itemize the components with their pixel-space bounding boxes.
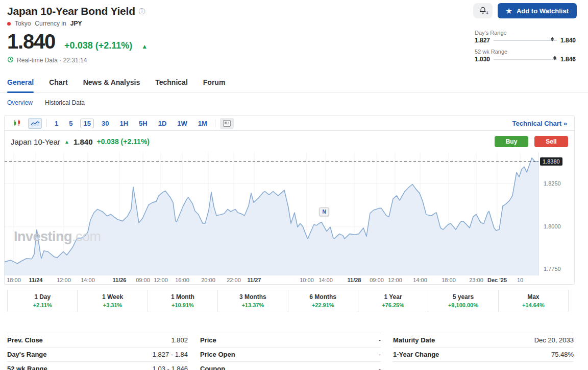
stats-col-1: Prev. Close 1.802 Day's Range 1.827 - 1.…	[7, 333, 188, 370]
up-arrow-icon: ▲	[141, 43, 148, 50]
stat-maturity-date: Maturity Date Dec 20, 2033	[393, 333, 574, 348]
x-axis-label: 09:00	[370, 277, 384, 283]
price-scale[interactable]: 1.83801.82501.80001.7750	[538, 152, 574, 275]
instrument-name: Japan 10-Year	[11, 137, 60, 146]
interval-1h[interactable]: 1H	[116, 119, 131, 128]
toolbar-divider	[46, 119, 47, 127]
x-axis-label: 11/26	[113, 277, 127, 283]
52wk-range-track	[494, 59, 557, 60]
stat-prev-close: Prev. Close 1.802	[7, 333, 188, 348]
interval-1w[interactable]: 1W	[174, 119, 190, 128]
chart-legend: Japan 10-Year ▲ 1.840 +0.038 (+2.11%) Bu…	[5, 131, 574, 152]
x-axis-label: 14:00	[413, 277, 427, 283]
price-change: +0.038 (+2.11%)	[64, 40, 132, 51]
star-icon: ★	[506, 7, 512, 15]
interval-5[interactable]: 5	[66, 119, 76, 128]
subtab-overview[interactable]: Overview	[7, 99, 33, 106]
tab-chart[interactable]: Chart	[49, 74, 68, 92]
x-axis-label: 11/27	[248, 277, 261, 283]
ranges-block: Day's Range 1.827 1.840 52 wk Range 1.03…	[475, 30, 576, 63]
currency-value: JPY	[70, 20, 82, 27]
page-title: Japan 10-Year Bond Yield	[7, 5, 135, 17]
stats-col-2: Price - Price Open - Coupon -	[200, 333, 381, 370]
perf-3-months[interactable]: 3 Months +13.37%	[218, 290, 288, 312]
subtab-historical-data[interactable]: Historical Data	[45, 99, 85, 106]
performance-strip: 1 Day +2.11% 1 Week +3.31% 1 Month +10.9…	[7, 290, 569, 312]
x-axis: 18:0011/2412:0014:0011/2609:0012:0016:00…	[5, 275, 574, 284]
current-price-badge: 1.8380	[540, 157, 562, 166]
perf-1-month[interactable]: 1 Month +10.91%	[148, 290, 218, 312]
days-range-marker	[551, 37, 554, 41]
up-arrow-icon: ▲	[64, 139, 69, 145]
days-range-label: Day's Range	[475, 30, 576, 36]
perf-1-day[interactable]: 1 Day +2.11%	[8, 290, 78, 312]
add-to-watchlist-button[interactable]: ★ Add to Watchlist	[498, 3, 577, 18]
technical-chart-link[interactable]: Technical Chart »	[512, 120, 569, 127]
chart-toolbar: 1 5 15 30 1H 5H 1D 1W 1M Technical Chart…	[5, 116, 574, 131]
perf-max[interactable]: Max +14.64%	[499, 290, 568, 312]
stats-table: Prev. Close 1.802 Day's Range 1.827 - 1.…	[7, 333, 574, 370]
currency-in-label: Currency in	[35, 20, 66, 27]
last-price: 1.840	[7, 31, 55, 52]
days-range: Day's Range 1.827 1.840	[475, 30, 576, 44]
y-axis-label: 1.8250	[544, 180, 561, 187]
sell-button[interactable]: Sell	[534, 136, 568, 147]
days-range-track	[494, 40, 557, 41]
exchange-label: Tokyo	[15, 20, 31, 27]
toolbar-divider	[215, 119, 215, 127]
info-icon[interactable]: ⓘ	[139, 8, 145, 15]
perf-1-year[interactable]: 1 Year +76.25%	[358, 290, 428, 312]
price-chart[interactable]	[5, 152, 538, 275]
realtime-status: Real-time Data · 22:31:14	[17, 57, 87, 64]
clock-icon	[7, 56, 14, 64]
perf-6-months[interactable]: 6 Months +22.91%	[288, 290, 358, 312]
x-axis-label: 10	[517, 277, 523, 283]
page-header: Japan 10-Year Bond Yield ⓘ Tokyo Currenc…	[0, 0, 588, 64]
tab-general[interactable]: General	[7, 74, 34, 92]
tab-news-analysis[interactable]: News & Analysis	[83, 74, 140, 92]
market-status-dot	[7, 22, 11, 26]
plus-icon: +	[485, 10, 488, 16]
interval-5h[interactable]: 5H	[136, 119, 151, 128]
interval-30[interactable]: 30	[99, 119, 112, 128]
x-axis-label: 14:00	[81, 277, 95, 283]
create-alert-button[interactable]: +	[473, 3, 493, 18]
52wk-range-high: 1.846	[560, 56, 576, 63]
stats-col-3: Maturity Date Dec 20, 2033 1-Year Change…	[393, 333, 574, 370]
news-marker[interactable]: N	[320, 207, 329, 216]
tab-technical[interactable]: Technical	[155, 74, 188, 92]
x-axis-label: 12:00	[388, 277, 402, 283]
stat-days-range: Day's Range 1.827 - 1.84	[7, 348, 188, 362]
x-axis-label: 18:00	[7, 277, 21, 283]
52wk-range-low: 1.030	[475, 56, 490, 63]
x-axis-label: 09:00	[136, 277, 150, 283]
x-axis-label: 22:00	[227, 277, 241, 283]
area-chart-icon[interactable]	[28, 118, 42, 129]
interval-1m[interactable]: 1M	[195, 119, 210, 128]
x-axis-label: 11/24	[29, 277, 43, 283]
news-events-icon[interactable]	[220, 118, 234, 129]
perf-1-week[interactable]: 1 Week +3.31%	[78, 290, 148, 312]
x-axis-label: 10:00	[300, 277, 314, 283]
interval-1d[interactable]: 1D	[155, 119, 170, 128]
interval-15[interactable]: 15	[80, 119, 93, 128]
interval-1[interactable]: 1	[52, 119, 61, 128]
x-axis-label: 23:00	[469, 277, 483, 283]
tab-forum[interactable]: Forum	[203, 74, 226, 92]
52wk-range: 52 wk Range 1.030 1.846	[475, 49, 576, 63]
buy-button[interactable]: Buy	[495, 136, 528, 147]
instrument-change: +0.038 (+2.11%)	[96, 137, 150, 146]
stat-52wk-range: 52 wk Range 1.03 - 1.846	[7, 362, 188, 370]
x-axis-label: 18:00	[442, 277, 456, 283]
52wk-range-marker	[553, 56, 556, 60]
x-axis-label: 14:00	[318, 277, 333, 283]
candlestick-chart-icon[interactable]	[10, 118, 23, 129]
y-axis-label: 1.8000	[544, 223, 561, 229]
stat-price-open: Price Open -	[200, 348, 381, 362]
days-range-high: 1.840	[560, 37, 576, 44]
stat-price: Price -	[200, 333, 381, 348]
perf-5-years[interactable]: 5 years +9,100.00%	[428, 290, 498, 312]
y-axis-label: 1.7750	[544, 266, 561, 272]
sub-nav: Overview Historical Data	[0, 93, 588, 111]
chart-plot-area[interactable]: Investing.com N	[5, 152, 538, 275]
